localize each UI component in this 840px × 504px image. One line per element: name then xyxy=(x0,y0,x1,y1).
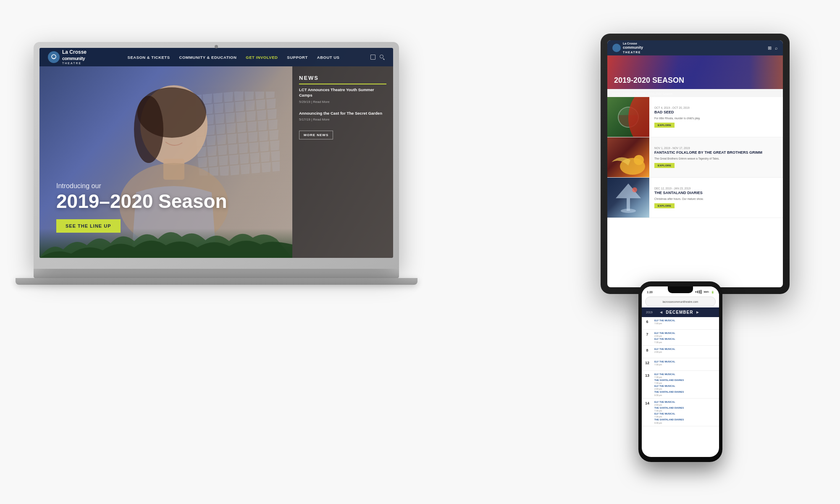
show-thumb-santaland xyxy=(607,178,649,218)
show-content-santaland: DEC 12, 2019 - JAN 23, 2019 THE SANTALAN… xyxy=(649,178,783,218)
nav-link-support[interactable]: SUPPORT xyxy=(287,55,307,60)
nav-link-about[interactable]: ABOUT US xyxy=(317,55,340,60)
svg-point-13 xyxy=(632,187,637,192)
calendar-icon[interactable] xyxy=(370,55,375,60)
show-item-bad-seed: OCT 4, 2019 - OCT 20, 2019 BAD SEED For … xyxy=(607,97,783,137)
phone-time: 1:20 xyxy=(647,291,653,294)
hero-news-panel: NEWS LCT Announces Theatre Youth Summer … xyxy=(292,66,393,258)
day-events-13: ELF THE MUSICAL 7:30 pm THE SANTALAND DI… xyxy=(653,371,719,398)
laptop-foot xyxy=(16,278,417,285)
tablet-nav-icons: ⊞ ⌕ xyxy=(768,45,778,51)
tablet-search-icon[interactable]: ⌕ xyxy=(775,45,778,51)
show-date-santaland: DEC 12, 2019 - JAN 23, 2019 xyxy=(654,187,778,190)
news-item-1: LCT Announces Theatre Youth Summer Camps… xyxy=(299,87,386,104)
explore-santaland-button[interactable]: EXPLORE xyxy=(654,203,675,208)
day-num-13: 13 xyxy=(642,371,653,398)
show-content-folklore: NOV 1, 2019 - NOV 17, 2019 FANTASTIC FOL… xyxy=(649,137,783,177)
event-santa-13a[interactable]: THE SANTALAND DIARIES xyxy=(654,378,717,382)
event-elf-8[interactable]: ELF THE MUSICAL xyxy=(654,347,717,351)
event-time-14d: 9:30 pm xyxy=(654,422,717,424)
laptop-hero: Introducing our 2019–2020 Season SEE THE… xyxy=(39,48,393,258)
event-time-12: 7:30 pm xyxy=(654,363,717,366)
svg-point-9 xyxy=(634,155,644,165)
day-events-8: ELF THE MUSICAL 2:00 pm xyxy=(653,346,719,358)
phone-calendar-header: 2019 ◀ DECEMBER ▶ xyxy=(642,307,719,317)
day-events-12: ELF THE MUSICAL 7:30 pm xyxy=(653,358,719,370)
show-item-santaland: DEC 12, 2019 - JAN 23, 2019 THE SANTALAN… xyxy=(607,178,783,218)
main-scene: La Crosse community THEATRE SEASON & TIC… xyxy=(0,0,840,504)
news-item-1-date[interactable]: 5/29/19 | Read More xyxy=(299,100,386,104)
event-elf-13b[interactable]: ELF THE MUSICAL xyxy=(654,384,717,388)
event-elf-7a[interactable]: ELF THE MUSICAL xyxy=(654,331,717,335)
tablet-device: La Crosse community THEATRE ⊞ ⌕ 2019-202… xyxy=(601,34,790,294)
day-events-7: ELF THE MUSICAL 2:00 pm ELF THE MUSICAL … xyxy=(653,330,719,345)
calendar-day-7: 7 ELF THE MUSICAL 2:00 pm ELF THE MUSICA… xyxy=(642,330,719,346)
phone-year: 2019 xyxy=(646,311,653,314)
tablet-hero-band: 2019-2020 SEASON xyxy=(607,55,783,89)
day-num-12: 12 xyxy=(642,358,653,370)
show-date-bad-seed: OCT 4, 2019 - OCT 20, 2019 xyxy=(654,106,778,109)
calendar-day-8: 8 ELF THE MUSICAL 2:00 pm xyxy=(642,346,719,358)
day-num-6: 6 xyxy=(642,317,653,329)
tablet-breadcrumb[interactable]: Home / Season & Tickets / 2019-2020 Seas… xyxy=(607,89,783,97)
tablet-logo-text: La Crosse community THEATRE xyxy=(623,42,643,54)
day-events-6: ELF THE MUSICAL 7:00 pm xyxy=(653,317,719,329)
event-santa-14b[interactable]: THE SANTALAND DIARIES xyxy=(654,418,717,421)
day-num-7: 7 xyxy=(642,330,653,345)
show-name-bad-seed: BAD SEED xyxy=(654,110,778,115)
phone-notch xyxy=(668,286,693,293)
event-elf-7b[interactable]: ELF THE MUSICAL xyxy=(654,337,717,341)
explore-bad-seed-button[interactable]: EXPLORE xyxy=(654,123,675,128)
show-name-santaland: THE SANTALAND DIARIES xyxy=(654,191,778,196)
explore-folklore-button[interactable]: EXPLORE xyxy=(654,163,675,168)
day-num-8: 8 xyxy=(642,346,653,358)
event-elf-6[interactable]: ELF THE MUSICAL xyxy=(654,319,717,322)
show-thumb-folklore xyxy=(607,137,649,177)
svg-marker-10 xyxy=(616,184,641,198)
svg-point-7 xyxy=(134,96,163,163)
news-item-1-title: LCT Announces Theatre Youth Summer Camps xyxy=(299,87,386,98)
calendar-day-6: 6 ELF THE MUSICAL 7:00 pm xyxy=(642,317,719,330)
tablet-logo: La Crosse community THEATRE xyxy=(612,42,768,54)
more-news-button[interactable]: MORE NEWS xyxy=(299,131,333,139)
laptop-body: La Crosse community THEATRE SEASON & TIC… xyxy=(34,42,399,269)
news-item-2-date[interactable]: 5/17/19 | Read More xyxy=(299,118,386,121)
show-desc-santaland: Christmas after hours. Our mature show. xyxy=(654,197,778,201)
laptop-camera xyxy=(215,45,218,48)
next-month-button[interactable]: ▶ xyxy=(696,310,699,314)
prev-month-button[interactable]: ◀ xyxy=(660,310,662,314)
phone-signal-icons: WiFi 🔋 xyxy=(696,290,714,294)
logo-icon xyxy=(48,51,60,63)
show-item-folklore: NOV 1, 2019 - NOV 17, 2019 FANTASTIC FOL… xyxy=(607,137,783,178)
event-elf-12[interactable]: ELF THE MUSICAL xyxy=(654,360,717,363)
laptop-screen: La Crosse community THEATRE SEASON & TIC… xyxy=(39,48,393,258)
news-item-2: Announcing the Cast for The Secret Garde… xyxy=(299,110,386,121)
event-elf-13a[interactable]: ELF THE MUSICAL xyxy=(654,373,717,376)
phone-calendar-body[interactable]: 6 ELF THE MUSICAL 7:00 pm 7 ELF THE MUSI… xyxy=(642,317,719,452)
search-icon[interactable] xyxy=(380,55,385,60)
phone-body: 1:20 WiFi 🔋 lacrossecommunitheatre.com xyxy=(638,281,722,462)
svg-point-12 xyxy=(621,209,636,213)
laptop-nav-icons xyxy=(370,55,385,60)
phone-url-bar[interactable]: lacrossecommunitheatre.com xyxy=(645,297,716,307)
tablet-shows-list: OCT 4, 2019 - OCT 20, 2019 BAD SEED For … xyxy=(607,97,783,280)
nav-link-get-involved[interactable]: GET INVOLVED xyxy=(246,55,278,60)
phone-month-nav: ◀ DECEMBER ▶ xyxy=(660,310,699,315)
event-elf-14a[interactable]: ELF THE MUSICAL xyxy=(654,400,717,404)
event-santa-13b[interactable]: THE SANTALAND DIARIES xyxy=(654,390,717,394)
event-elf-14b[interactable]: ELF THE MUSICAL xyxy=(654,412,717,415)
tablet-calendar-icon[interactable]: ⊞ xyxy=(768,45,772,51)
see-lineup-button[interactable]: SEE THE LINE UP xyxy=(56,219,121,233)
day-num-14: 14 xyxy=(642,399,653,426)
nav-link-community[interactable]: COMMUNITY & EDUCATION xyxy=(179,55,237,60)
tablet-screen: La Crosse community THEATRE ⊞ ⌕ 2019-202… xyxy=(607,40,783,287)
tablet-hero-title: 2019-2020 SEASON xyxy=(614,76,684,85)
laptop-logo: La Crosse community THEATRE xyxy=(48,49,87,66)
show-name-folklore: FANTASTIC FOLKLORE BY THE GREAT BROTHERS… xyxy=(654,150,778,155)
nav-link-season[interactable]: SEASON & TICKETS xyxy=(128,55,170,60)
show-content-bad-seed: OCT 4, 2019 - OCT 20, 2019 BAD SEED For … xyxy=(649,97,783,137)
calendar-day-14: 14 ELF THE MUSICAL 2:00 pm THE SANTALAND… xyxy=(642,399,719,426)
event-time-7b: 7:30 pm xyxy=(654,341,717,344)
news-panel-title: NEWS xyxy=(299,75,386,84)
event-santa-14a[interactable]: THE SANTALAND DIARIES xyxy=(654,406,717,410)
